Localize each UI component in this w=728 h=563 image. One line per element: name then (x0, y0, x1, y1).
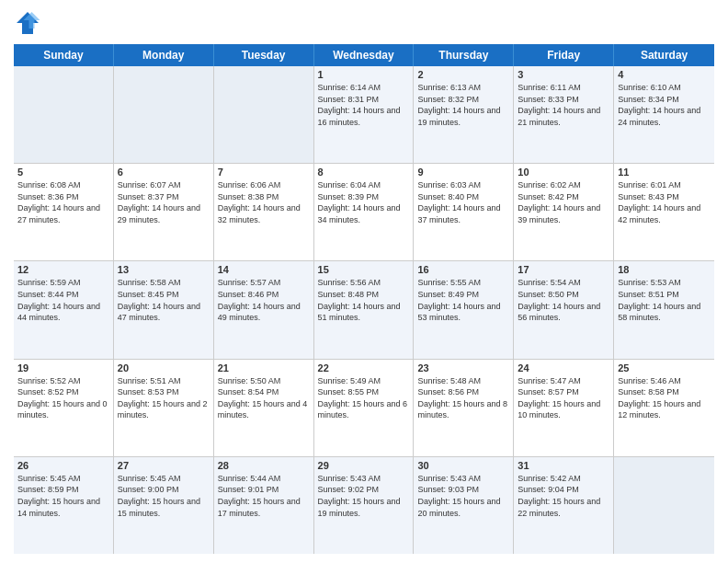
day-cell-29: 29Sunrise: 5:43 AMSunset: 9:02 PMDayligh… (314, 457, 415, 554)
day-cell-23: 23Sunrise: 5:48 AMSunset: 8:56 PMDayligh… (414, 360, 514, 456)
cell-text: Sunrise: 6:08 AMSunset: 8:36 PMDaylight:… (17, 179, 109, 225)
day-cell-21: 21Sunrise: 5:50 AMSunset: 8:54 PMDayligh… (214, 360, 314, 456)
empty-cell (114, 66, 214, 163)
calendar-row-4: 26Sunrise: 5:45 AMSunset: 8:59 PMDayligh… (14, 457, 714, 554)
day-number: 28 (218, 460, 310, 471)
cell-text: Sunrise: 5:46 AMSunset: 8:58 PMDaylight:… (618, 375, 711, 421)
day-cell-31: 31Sunrise: 5:42 AMSunset: 9:04 PMDayligh… (514, 457, 614, 554)
day-cell-2: 2Sunrise: 6:13 AMSunset: 8:32 PMDaylight… (414, 66, 514, 163)
day-number: 27 (118, 460, 210, 471)
cell-text: Sunrise: 5:57 AMSunset: 8:46 PMDaylight:… (218, 277, 310, 323)
cell-text: Sunrise: 5:53 AMSunset: 8:51 PMDaylight:… (618, 277, 711, 323)
cell-text: Sunrise: 5:58 AMSunset: 8:45 PMDaylight:… (118, 277, 210, 323)
day-cell-24: 24Sunrise: 5:47 AMSunset: 8:57 PMDayligh… (514, 360, 614, 456)
cell-text: Sunrise: 5:43 AMSunset: 9:03 PMDaylight:… (417, 473, 509, 519)
day-number: 2 (417, 69, 509, 80)
cell-text: Sunrise: 6:06 AMSunset: 8:38 PMDaylight:… (218, 179, 310, 225)
cell-text: Sunrise: 5:51 AMSunset: 8:53 PMDaylight:… (118, 375, 210, 421)
calendar-row-0: 1Sunrise: 6:14 AMSunset: 8:31 PMDaylight… (14, 66, 714, 164)
day-number: 31 (518, 460, 609, 471)
day-cell-27: 27Sunrise: 5:45 AMSunset: 9:00 PMDayligh… (114, 457, 214, 554)
day-number: 22 (318, 362, 410, 373)
day-cell-11: 11Sunrise: 6:01 AMSunset: 8:43 PMDayligh… (614, 164, 714, 260)
day-number: 26 (17, 460, 109, 471)
day-cell-19: 19Sunrise: 5:52 AMSunset: 8:52 PMDayligh… (14, 360, 114, 456)
day-number: 6 (118, 167, 210, 178)
calendar-row-3: 19Sunrise: 5:52 AMSunset: 8:52 PMDayligh… (14, 360, 714, 457)
cell-text: Sunrise: 6:10 AMSunset: 8:34 PMDaylight:… (618, 82, 711, 128)
day-number: 21 (218, 362, 310, 373)
day-cell-26: 26Sunrise: 5:45 AMSunset: 8:59 PMDayligh… (14, 457, 114, 554)
day-cell-4: 4Sunrise: 6:10 AMSunset: 8:34 PMDaylight… (614, 66, 714, 163)
cell-text: Sunrise: 5:49 AMSunset: 8:55 PMDaylight:… (318, 375, 410, 421)
cell-text: Sunrise: 6:04 AMSunset: 8:39 PMDaylight:… (318, 179, 410, 225)
header-cell-monday: Monday (114, 44, 214, 66)
day-number: 13 (118, 264, 210, 275)
logo-icon (14, 9, 41, 37)
cell-text: Sunrise: 6:01 AMSunset: 8:43 PMDaylight:… (618, 179, 711, 225)
cell-text: Sunrise: 6:03 AMSunset: 8:40 PMDaylight:… (417, 179, 509, 225)
header-cell-wednesday: Wednesday (314, 44, 415, 66)
logo (14, 9, 45, 37)
cell-text: Sunrise: 5:45 AMSunset: 9:00 PMDaylight:… (118, 473, 210, 519)
day-cell-30: 30Sunrise: 5:43 AMSunset: 9:03 PMDayligh… (414, 457, 514, 554)
day-number: 20 (118, 362, 210, 373)
day-cell-1: 1Sunrise: 6:14 AMSunset: 8:31 PMDaylight… (314, 66, 415, 163)
day-cell-25: 25Sunrise: 5:46 AMSunset: 8:58 PMDayligh… (614, 360, 714, 456)
cell-text: Sunrise: 6:14 AMSunset: 8:31 PMDaylight:… (318, 82, 410, 128)
day-cell-10: 10Sunrise: 6:02 AMSunset: 8:42 PMDayligh… (514, 164, 614, 260)
cell-text: Sunrise: 5:59 AMSunset: 8:44 PMDaylight:… (17, 277, 109, 323)
day-number: 10 (518, 167, 609, 178)
day-number: 17 (518, 264, 609, 275)
day-number: 29 (318, 460, 410, 471)
day-cell-8: 8Sunrise: 6:04 AMSunset: 8:39 PMDaylight… (314, 164, 415, 260)
day-number: 25 (618, 362, 711, 373)
cell-text: Sunrise: 5:54 AMSunset: 8:50 PMDaylight:… (518, 277, 609, 323)
cell-text: Sunrise: 6:07 AMSunset: 8:37 PMDaylight:… (118, 179, 210, 225)
cell-text: Sunrise: 5:47 AMSunset: 8:57 PMDaylight:… (518, 375, 609, 421)
empty-cell (14, 66, 114, 163)
day-cell-18: 18Sunrise: 5:53 AMSunset: 8:51 PMDayligh… (614, 261, 714, 358)
day-cell-20: 20Sunrise: 5:51 AMSunset: 8:53 PMDayligh… (114, 360, 214, 456)
header-cell-tuesday: Tuesday (214, 44, 314, 66)
calendar-row-1: 5Sunrise: 6:08 AMSunset: 8:36 PMDaylight… (14, 164, 714, 261)
day-number: 11 (618, 167, 711, 178)
day-number: 7 (218, 167, 310, 178)
cell-text: Sunrise: 6:13 AMSunset: 8:32 PMDaylight:… (417, 82, 509, 128)
cell-text: Sunrise: 5:50 AMSunset: 8:54 PMDaylight:… (218, 375, 310, 421)
cell-text: Sunrise: 6:11 AMSunset: 8:33 PMDaylight:… (518, 82, 609, 128)
day-cell-16: 16Sunrise: 5:55 AMSunset: 8:49 PMDayligh… (414, 261, 514, 358)
day-number: 30 (417, 460, 509, 471)
day-number: 18 (618, 264, 711, 275)
header (14, 9, 714, 37)
header-cell-saturday: Saturday (614, 44, 714, 66)
day-cell-7: 7Sunrise: 6:06 AMSunset: 8:38 PMDaylight… (214, 164, 314, 260)
day-cell-9: 9Sunrise: 6:03 AMSunset: 8:40 PMDaylight… (414, 164, 514, 260)
svg-marker-0 (17, 12, 39, 34)
cell-text: Sunrise: 5:42 AMSunset: 9:04 PMDaylight:… (518, 473, 609, 519)
day-cell-13: 13Sunrise: 5:58 AMSunset: 8:45 PMDayligh… (114, 261, 214, 358)
day-number: 5 (17, 167, 109, 178)
day-number: 3 (518, 69, 609, 80)
day-cell-12: 12Sunrise: 5:59 AMSunset: 8:44 PMDayligh… (14, 261, 114, 358)
calendar-header: SundayMondayTuesdayWednesdayThursdayFrid… (14, 44, 714, 66)
day-cell-3: 3Sunrise: 6:11 AMSunset: 8:33 PMDaylight… (514, 66, 614, 163)
day-number: 23 (417, 362, 509, 373)
cell-text: Sunrise: 5:48 AMSunset: 8:56 PMDaylight:… (417, 375, 509, 421)
empty-cell (214, 66, 314, 163)
cell-text: Sunrise: 6:02 AMSunset: 8:42 PMDaylight:… (518, 179, 609, 225)
day-cell-22: 22Sunrise: 5:49 AMSunset: 8:55 PMDayligh… (314, 360, 415, 456)
calendar-body: 1Sunrise: 6:14 AMSunset: 8:31 PMDaylight… (14, 66, 714, 554)
cell-text: Sunrise: 5:45 AMSunset: 8:59 PMDaylight:… (17, 473, 109, 519)
day-number: 1 (318, 69, 410, 80)
day-number: 8 (318, 167, 410, 178)
header-cell-sunday: Sunday (14, 44, 114, 66)
empty-cell (614, 457, 714, 554)
day-number: 19 (17, 362, 109, 373)
calendar-row-2: 12Sunrise: 5:59 AMSunset: 8:44 PMDayligh… (14, 261, 714, 359)
cell-text: Sunrise: 5:44 AMSunset: 9:01 PMDaylight:… (218, 473, 310, 519)
day-cell-28: 28Sunrise: 5:44 AMSunset: 9:01 PMDayligh… (214, 457, 314, 554)
day-cell-14: 14Sunrise: 5:57 AMSunset: 8:46 PMDayligh… (214, 261, 314, 358)
day-cell-5: 5Sunrise: 6:08 AMSunset: 8:36 PMDaylight… (14, 164, 114, 260)
header-cell-thursday: Thursday (414, 44, 514, 66)
